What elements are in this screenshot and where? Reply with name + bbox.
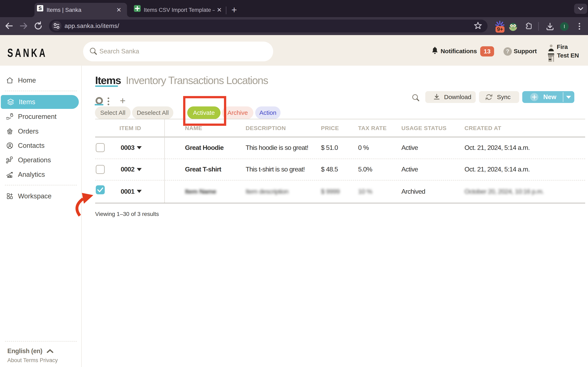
svg-text:9+: 9+ [497,26,503,32]
